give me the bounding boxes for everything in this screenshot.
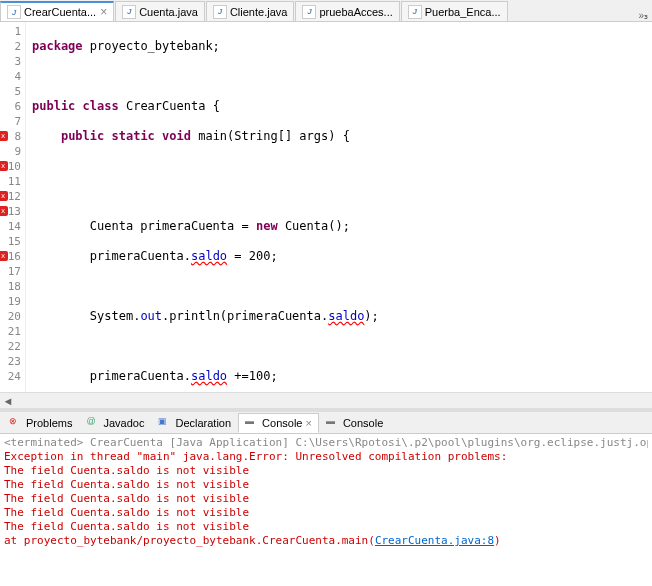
error-marker-icon[interactable]: x — [0, 161, 8, 171]
tab-label: pruebaAcces... — [319, 6, 392, 18]
line-number: 11 — [0, 174, 21, 189]
tab-label: Puerba_Enca... — [425, 6, 501, 18]
console-error-line: The field Cuenta.saldo is not visible — [4, 464, 648, 478]
tab-label: CrearCuenta... — [24, 6, 96, 18]
line-number: 20 — [0, 309, 21, 324]
problems-icon: ⊗ — [9, 416, 23, 430]
console-stacktrace-line: at proyecto_bytebank/proyecto_bytebank.C… — [4, 534, 648, 548]
java-file-icon: J — [213, 5, 227, 19]
horizontal-scrollbar[interactable]: ◄ — [0, 392, 652, 408]
line-number: 23 — [0, 354, 21, 369]
editor-tabs: J CrearCuenta... × J Cuenta.java J Clien… — [0, 0, 652, 22]
line-number: 24 — [0, 369, 21, 384]
line-number: 18 — [0, 279, 21, 294]
btab-label: Declaration — [175, 417, 231, 429]
tab-declaration[interactable]: ▣ Declaration — [151, 413, 238, 433]
console-icon: ▬ — [245, 416, 259, 430]
console-header: <terminated> CrearCuenta [Java Applicati… — [4, 436, 648, 450]
console-error-line: The field Cuenta.saldo is not visible — [4, 506, 648, 520]
java-file-icon: J — [408, 5, 422, 19]
tab-problems[interactable]: ⊗ Problems — [2, 413, 79, 433]
line-number: 17 — [0, 264, 21, 279]
line-number: x10 — [0, 159, 21, 174]
line-number: 3 — [0, 54, 21, 69]
line-gutter: 1 2 3 4 5 6 7 x8 9 x10 11 x12 x13 14 15 … — [0, 22, 26, 392]
line-number: 22 — [0, 339, 21, 354]
code-area[interactable]: package proyecto_bytebank; public class … — [26, 22, 652, 392]
line-number: 21 — [0, 324, 21, 339]
tab-cliente[interactable]: J Cliente.java — [206, 1, 294, 21]
btab-label: Problems — [26, 417, 72, 429]
error-marker-icon[interactable]: x — [0, 191, 8, 201]
line-number: 15 — [0, 234, 21, 249]
btab-label: Javadoc — [103, 417, 144, 429]
line-number: x8 — [0, 129, 21, 144]
tab-label: Cuenta.java — [139, 6, 198, 18]
tab-console[interactable]: ▬ Console — [319, 413, 390, 433]
line-number: 9 — [0, 144, 21, 159]
line-number: 5 — [0, 84, 21, 99]
console-icon: ▬ — [326, 416, 340, 430]
error-marker-icon[interactable]: x — [0, 206, 8, 216]
console-output[interactable]: <terminated> CrearCuenta [Java Applicati… — [0, 434, 652, 550]
tab-console-active[interactable]: ▬ Console × — [238, 413, 319, 433]
code-editor[interactable]: 1 2 3 4 5 6 7 x8 9 x10 11 x12 x13 14 15 … — [0, 22, 652, 392]
line-number: x13 — [0, 204, 21, 219]
close-icon[interactable]: × — [305, 417, 311, 429]
stacktrace-link[interactable]: CrearCuenta.java:8 — [375, 534, 494, 547]
tabs-overflow-button[interactable]: »₃ — [634, 10, 652, 21]
console-error-line: The field Cuenta.saldo is not visible — [4, 492, 648, 506]
tab-cuenta[interactable]: J Cuenta.java — [115, 1, 205, 21]
btab-label: Console — [343, 417, 383, 429]
line-number: 7 — [0, 114, 21, 129]
close-icon[interactable]: × — [100, 5, 107, 19]
tab-label: Cliente.java — [230, 6, 287, 18]
java-file-icon: J — [302, 5, 316, 19]
tab-pruebaacces[interactable]: J pruebaAcces... — [295, 1, 399, 21]
btab-label: Console — [262, 417, 302, 429]
java-file-icon: J — [122, 5, 136, 19]
line-number: 14 — [0, 219, 21, 234]
tab-crearcuenta[interactable]: J CrearCuenta... × — [0, 1, 114, 21]
line-number: 1 — [0, 24, 21, 39]
tab-puerbaenca[interactable]: J Puerba_Enca... — [401, 1, 508, 21]
error-marker-icon[interactable]: x — [0, 251, 8, 261]
console-error-line: The field Cuenta.saldo is not visible — [4, 478, 648, 492]
line-number: 19 — [0, 294, 21, 309]
line-number: x16 — [0, 249, 21, 264]
console-error-line: Exception in thread "main" java.lang.Err… — [4, 450, 648, 464]
line-number: 6 — [0, 99, 21, 114]
line-number: 4 — [0, 69, 21, 84]
java-file-icon: J — [7, 5, 21, 19]
bottom-panel-tabs: ⊗ Problems @ Javadoc ▣ Declaration ▬ Con… — [0, 412, 652, 434]
tab-javadoc[interactable]: @ Javadoc — [79, 413, 151, 433]
line-number: 2 — [0, 39, 21, 54]
declaration-icon: ▣ — [158, 416, 172, 430]
error-marker-icon[interactable]: x — [0, 131, 8, 141]
scroll-left-icon[interactable]: ◄ — [0, 393, 16, 409]
javadoc-icon: @ — [86, 416, 100, 430]
console-error-line: The field Cuenta.saldo is not visible — [4, 520, 648, 534]
line-number: x12 — [0, 189, 21, 204]
